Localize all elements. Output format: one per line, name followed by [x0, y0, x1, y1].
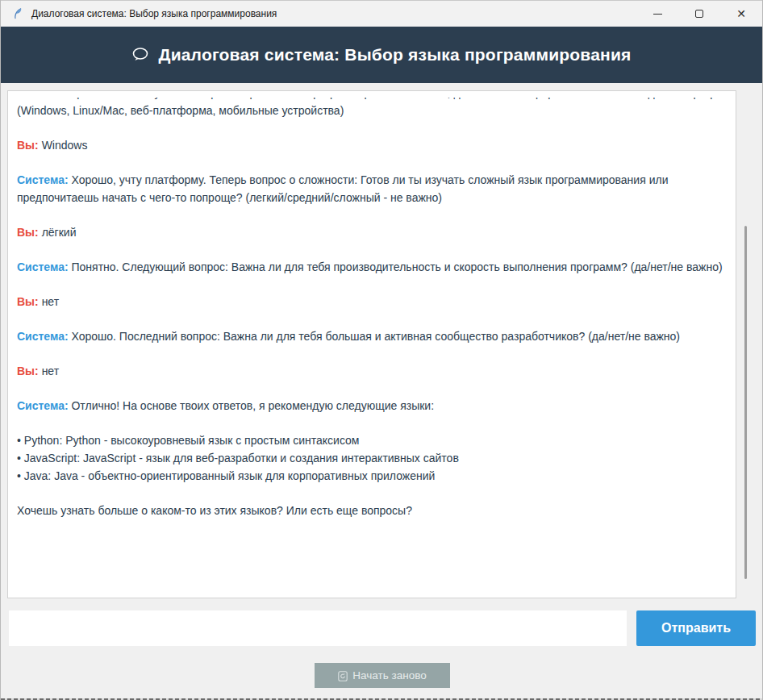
system-speaker-label: Система:: [17, 330, 71, 343]
chat-message: Система: Отлично! На основе твоих ответо…: [17, 398, 727, 415]
chat-message: Вы: Windows: [17, 137, 727, 155]
chat-scrollbar-thumb[interactable]: [744, 226, 747, 579]
app-window: { "window": { "title": "Диалоговая систе…: [0, 0, 763, 700]
user-speaker-label: Вы:: [17, 295, 42, 308]
restart-boxed-icon: [338, 670, 348, 681]
python-feather-icon: [11, 7, 24, 20]
user-speaker-label: Вы:: [17, 139, 42, 152]
chat-message: Вы: нет: [17, 363, 727, 381]
restart-button[interactable]: Начать заново: [315, 663, 450, 688]
chat-message: • Python: Python - высокоуровневый язык …: [17, 432, 727, 485]
restart-button-label: Начать заново: [352, 669, 426, 681]
maximize-icon: [695, 10, 703, 18]
minimize-button[interactable]: [636, 1, 678, 27]
close-button[interactable]: ✕: [720, 1, 762, 27]
chat-message: Система: Хорошо. Последний вопрос: Важна…: [17, 328, 727, 346]
minimize-icon: [653, 14, 662, 15]
maximize-button[interactable]: [678, 1, 720, 27]
user-speaker-label: Вы:: [17, 365, 42, 377]
system-speaker-label: Система:: [17, 399, 71, 412]
page-title: Диалоговая система: Выбор языка программ…: [158, 45, 631, 65]
message-input[interactable]: [9, 610, 627, 646]
chat-message: Система: Хорошо, учту платформу. Теперь …: [17, 172, 727, 206]
chat-message: Вы: нет: [17, 294, 727, 311]
chat-message: Хочешь узнать больше о каком-то из этих …: [17, 502, 727, 520]
system-speaker-label: Система:: [17, 173, 71, 186]
user-speaker-label: Вы:: [17, 226, 42, 239]
chat-log[interactable]: Система: Привет! Я помогу тебе выбрать п…: [7, 90, 736, 598]
chat-message: Система: Понятно. Следующий вопрос: Важн…: [17, 259, 727, 277]
window-title: Диалоговая система: Выбор языка программ…: [31, 8, 277, 19]
close-icon: ✕: [736, 8, 746, 19]
os-titlebar: Диалоговая система: Выбор языка программ…: [1, 0, 762, 27]
app-header: Диалоговая система: Выбор языка программ…: [1, 27, 762, 83]
chat-clipped-line: Система: Привет! Я помогу тебе выбрать п…: [17, 98, 727, 102]
window-controls: ✕: [636, 1, 762, 27]
send-button[interactable]: Отправить: [636, 610, 756, 646]
chat-message: (Windows, Linux/Mac, веб-платформа, моби…: [17, 102, 727, 120]
system-speaker-label: Система:: [17, 260, 71, 273]
speech-bubble-icon: [131, 47, 149, 63]
chat-message: Вы: лёгкий: [17, 224, 727, 242]
